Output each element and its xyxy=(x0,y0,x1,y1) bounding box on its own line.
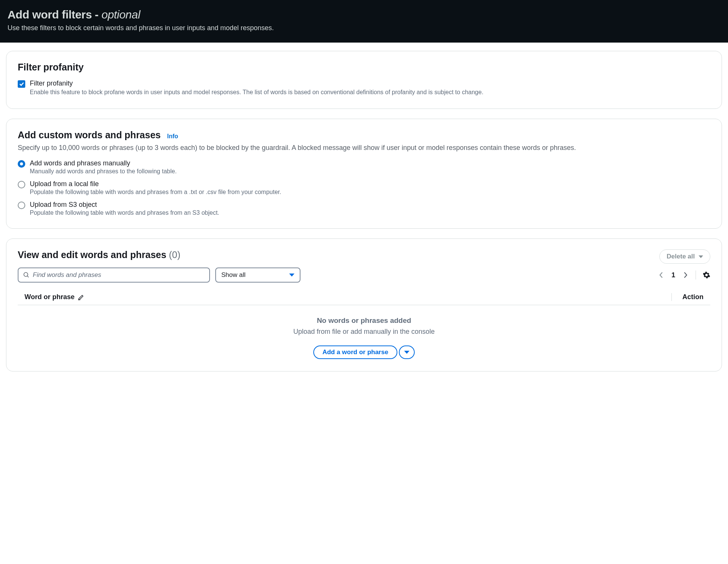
empty-state-subtext: Upload from file or add manually in the … xyxy=(18,328,710,336)
column-word-or-phrase[interactable]: Word or phrase xyxy=(25,293,84,301)
custom-words-title-row: Add custom words and phrases Info xyxy=(18,130,710,141)
filter-select-label: Show all xyxy=(221,271,245,279)
filter-profanity-check-label: Filter profanity xyxy=(30,79,483,87)
page-header: Add word filters - optional Use these fi… xyxy=(0,0,728,43)
filter-profanity-text: Filter profanity Enable this feature to … xyxy=(30,79,483,96)
page-number: 1 xyxy=(671,271,675,279)
next-page-button[interactable] xyxy=(682,272,689,278)
caret-down-icon xyxy=(289,274,294,277)
delete-all-label: Delete all xyxy=(667,253,695,260)
col-word-label: Word or phrase xyxy=(25,293,75,301)
settings-button[interactable] xyxy=(703,271,710,279)
page-subtitle: Use these filters to block certain words… xyxy=(8,24,720,32)
radio-localfile-label: Upload from a local file xyxy=(30,180,281,188)
svg-line-1 xyxy=(27,276,29,278)
info-link[interactable]: Info xyxy=(167,133,178,139)
custom-words-title: Add custom words and phrases xyxy=(18,130,161,140)
page-title-optional: optional xyxy=(101,8,140,21)
view-edit-title: View and edit words and phrases xyxy=(18,249,166,260)
add-word-button[interactable]: Add a word or pharse xyxy=(313,345,397,359)
view-edit-panel: View and edit words and phrases (0) Dele… xyxy=(6,238,722,371)
custom-words-panel: Add custom words and phrases Info Specif… xyxy=(6,119,722,229)
delete-all-button[interactable]: Delete all xyxy=(659,249,710,264)
empty-state-heading: No words or phrases added xyxy=(18,316,710,325)
filter-profanity-panel: Filter profanity Filter profanity Enable… xyxy=(6,51,722,109)
page-title-main: Add word filters - xyxy=(8,8,98,21)
chevron-right-icon xyxy=(683,271,688,279)
radio-localfile[interactable] xyxy=(18,181,25,188)
view-edit-count: (0) xyxy=(169,249,181,260)
filter-profanity-title: Filter profanity xyxy=(18,62,710,73)
caret-down-icon xyxy=(404,351,409,354)
custom-words-desc: Specify up to 10,000 words or phrases (u… xyxy=(18,143,710,153)
chevron-left-icon xyxy=(659,271,664,279)
search-input[interactable] xyxy=(33,271,205,279)
prev-page-button[interactable] xyxy=(658,272,665,278)
pager: 1 xyxy=(658,271,710,280)
radio-manual-label: Add words and phrases manually xyxy=(30,159,177,167)
column-action: Action xyxy=(671,293,703,301)
radio-s3-label: Upload from S3 object xyxy=(30,201,219,209)
search-box[interactable] xyxy=(18,267,210,283)
radio-localfile-desc: Populate the following table with words … xyxy=(30,189,281,196)
radio-option-s3[interactable]: Upload from S3 object Populate the follo… xyxy=(18,201,710,216)
radio-s3[interactable] xyxy=(18,202,25,209)
gear-icon xyxy=(703,271,710,279)
add-method-radio-group: Add words and phrases manually Manually … xyxy=(18,159,710,216)
filter-profanity-checkbox[interactable] xyxy=(18,80,25,88)
table-header: Word or phrase Action xyxy=(18,293,710,305)
radio-option-localfile[interactable]: Upload from a local file Populate the fo… xyxy=(18,180,710,196)
svg-point-0 xyxy=(24,273,28,277)
add-word-dropdown-button[interactable] xyxy=(399,345,415,359)
search-icon xyxy=(23,272,30,278)
caret-down-icon xyxy=(699,255,703,258)
radio-option-manual[interactable]: Add words and phrases manually Manually … xyxy=(18,159,710,175)
filter-profanity-check-desc: Enable this feature to block profane wor… xyxy=(30,88,483,96)
view-edit-title-row: View and edit words and phrases (0) xyxy=(18,249,181,260)
radio-manual[interactable] xyxy=(18,160,25,168)
pencil-icon xyxy=(78,294,84,301)
checkmark-icon xyxy=(19,81,24,87)
page-title: Add word filters - optional xyxy=(8,8,720,21)
radio-manual-desc: Manually add words and phrases to the fo… xyxy=(30,168,177,175)
empty-state: No words or phrases added Upload from fi… xyxy=(18,305,710,359)
radio-s3-desc: Populate the following table with words … xyxy=(30,209,219,216)
filter-select[interactable]: Show all xyxy=(215,267,300,283)
divider xyxy=(696,271,696,280)
